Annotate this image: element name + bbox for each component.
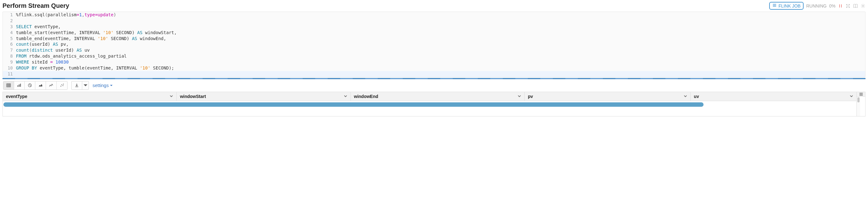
table-row[interactable] <box>3 102 704 107</box>
code-content: SELECT eventType, <box>16 24 61 30</box>
table-view-button[interactable] <box>3 81 14 89</box>
code-line[interactable]: 2 <box>3 18 865 24</box>
column-header[interactable]: eventType <box>3 92 177 101</box>
line-number: 2 <box>3 18 16 24</box>
pause-icon[interactable] <box>838 3 843 8</box>
code-line[interactable]: 5tumble_end(eventTime, INTERVAL '10' SEC… <box>3 36 865 42</box>
menu-bars-icon <box>772 3 777 8</box>
code-line[interactable]: 3SELECT eventType, <box>3 24 865 30</box>
bar-chart-button[interactable] <box>14 81 25 89</box>
line-number: 4 <box>3 30 16 36</box>
collapse-icon[interactable] <box>845 3 850 8</box>
book-icon[interactable] <box>853 3 858 8</box>
line-number: 6 <box>3 41 16 47</box>
page-title: Perform Stream Query <box>2 2 69 9</box>
code-line[interactable]: 6count(userId) AS pv, <box>3 41 865 47</box>
chevron-down-icon <box>684 94 687 99</box>
svg-point-9 <box>63 84 63 84</box>
header-controls: FLINK JOB RUNNING 0% <box>769 2 866 10</box>
code-line[interactable]: 9WHERE siteId = 10030 <box>3 59 865 65</box>
flink-job-button[interactable]: FLINK JOB <box>769 2 804 10</box>
code-line[interactable]: 4tumble_start(eventTime, INTERVAL '10' S… <box>3 30 865 36</box>
result-toolbar: settings <box>2 79 866 92</box>
line-number: 3 <box>3 24 16 30</box>
code-content: GROUP BY eventType, tumble(eventTime, IN… <box>16 65 174 71</box>
code-content: %flink.ssql(parallelism=1,type=update) <box>16 12 116 18</box>
svg-point-8 <box>63 85 63 86</box>
line-number: 9 <box>3 59 16 65</box>
column-label: windowStart <box>180 94 206 99</box>
job-progress: 0% <box>829 3 835 8</box>
line-number: 1 <box>3 12 16 18</box>
code-content: tumble_start(eventTime, INTERVAL '10' SE… <box>16 30 177 36</box>
header: Perform Stream Query FLINK JOB RUNNING 0… <box>2 1 866 11</box>
svg-rect-1 <box>6 84 10 87</box>
chevron-down-icon <box>344 94 347 99</box>
svg-rect-2 <box>18 85 18 87</box>
line-chart-button[interactable] <box>46 81 57 89</box>
settings-link[interactable]: settings <box>93 83 113 88</box>
code-content: count(distinct userId) AS uv <box>16 47 90 53</box>
chevron-down-icon <box>169 94 173 99</box>
code-content: WHERE siteId = 10030 <box>16 59 69 65</box>
column-header[interactable]: windowEnd <box>351 92 525 101</box>
code-line[interactable]: 1%flink.ssql(parallelism=1,type=update) <box>3 12 865 18</box>
line-number: 11 <box>3 71 16 77</box>
chevron-down-icon <box>518 94 521 99</box>
header-icons <box>838 3 866 8</box>
scatter-chart-button[interactable] <box>57 81 67 89</box>
svg-rect-4 <box>20 84 21 87</box>
code-editor[interactable]: 1%flink.ssql(parallelism=1,type=update)2… <box>2 11 866 77</box>
download-button[interactable] <box>72 81 82 89</box>
svg-point-0 <box>862 5 864 6</box>
code-content: count(userId) AS pv, <box>16 41 69 47</box>
gear-icon[interactable] <box>861 3 866 8</box>
column-label: pv <box>528 94 533 99</box>
chart-type-group <box>3 81 67 90</box>
line-number: 5 <box>3 36 16 42</box>
column-header[interactable]: uv <box>691 92 857 101</box>
column-header[interactable]: windowStart <box>177 92 350 101</box>
code-line[interactable]: 7count(distinct userId) AS uv <box>3 47 865 53</box>
code-content: FROM rtdw.ods_analytics_access_log_parti… <box>16 53 127 59</box>
scrollbar-thumb[interactable] <box>857 98 860 102</box>
table-header: eventTypewindowStartwindowEndpvuv <box>3 92 857 101</box>
pie-chart-button[interactable] <box>25 81 35 89</box>
line-number: 7 <box>3 47 16 53</box>
column-header[interactable]: pv <box>525 92 691 101</box>
column-label: eventType <box>6 94 27 99</box>
results-table: eventTypewindowStartwindowEndpvuv <box>2 92 866 116</box>
download-group <box>71 81 89 90</box>
table-menu-button[interactable] <box>857 92 865 97</box>
settings-label: settings <box>93 83 109 88</box>
code-line[interactable]: 11 <box>3 71 865 77</box>
code-line[interactable]: 10GROUP BY eventType, tumble(eventTime, … <box>3 65 865 71</box>
code-line[interactable]: 8FROM rtdw.ods_analytics_access_log_part… <box>3 53 865 59</box>
flink-job-label: FLINK JOB <box>779 3 801 8</box>
svg-point-6 <box>60 86 61 86</box>
download-menu-button[interactable] <box>82 81 89 89</box>
chevron-down-icon <box>849 94 853 99</box>
caret-down-icon <box>110 83 113 88</box>
vertical-scrollbar[interactable] <box>857 97 860 116</box>
column-label: uv <box>694 94 699 99</box>
job-status: RUNNING <box>806 3 827 8</box>
table-body <box>3 101 857 116</box>
svg-point-7 <box>61 84 62 85</box>
code-content: tumble_end(eventTime, INTERVAL '10' SECO… <box>16 36 166 42</box>
area-chart-button[interactable] <box>35 81 46 89</box>
svg-rect-3 <box>19 84 20 87</box>
line-number: 8 <box>3 53 16 59</box>
line-number: 10 <box>3 65 16 71</box>
column-label: windowEnd <box>354 94 378 99</box>
